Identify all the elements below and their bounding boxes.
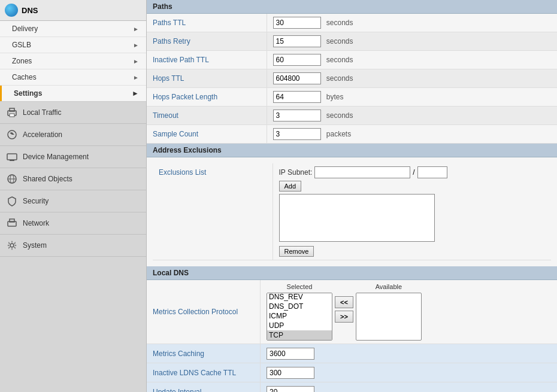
table-row: Timeout seconds (147, 107, 557, 125)
chevron-right-icon: ► (132, 89, 139, 98)
table-row: Exclusions List IP Subnet: / Add Remove (153, 163, 551, 260)
svg-rect-5 (10, 160, 14, 161)
metrics-caching-input[interactable] (267, 348, 314, 360)
chevron-right-icon: ► (133, 26, 139, 32)
sidebar-item-security[interactable]: Security (0, 190, 146, 212)
inactive-path-ttl-input[interactable] (273, 54, 321, 66)
ip-subnet-input[interactable] (314, 166, 410, 178)
table-row: Paths Retry seconds (147, 32, 557, 51)
table-row: Inactive Path TTL seconds (147, 51, 557, 69)
inactive-path-ttl-unit: seconds (326, 56, 353, 64)
sidebar-item-local-traffic[interactable]: Local Traffic (0, 102, 146, 124)
update-interval-input[interactable] (267, 386, 314, 393)
paths-ttl-cell: seconds (267, 14, 557, 32)
hops-ttl-input[interactable] (273, 72, 321, 84)
sidebar-item-label: Settings (14, 89, 42, 98)
local-dns-section: Metrics Collection Protocol Selected DNS… (147, 280, 557, 392)
sidebar-item-caches[interactable]: Caches ► (0, 69, 146, 86)
sidebar-item-shared-objects[interactable]: Shared Objects (0, 168, 146, 190)
sidebar-item-delivery[interactable]: Delivery ► (0, 21, 146, 37)
exclusions-list-textarea[interactable] (279, 194, 435, 242)
table-row: Paths TTL seconds (147, 14, 557, 32)
sidebar-item-device-management[interactable]: Device Management (0, 146, 146, 168)
selected-protocols-list[interactable]: DNS_REV DNS_DOT ICMP UDP TCP (267, 293, 332, 341)
list-item[interactable]: DNS_DOT (267, 302, 332, 311)
timeout-unit: seconds (326, 111, 353, 120)
hops-packet-length-input[interactable] (273, 91, 321, 103)
dns-label: DNS (22, 6, 38, 15)
list-item[interactable]: UDP (267, 321, 332, 330)
move-left-button[interactable]: << (335, 296, 353, 308)
shared-objects-icon (6, 173, 18, 185)
sidebar-item-system[interactable]: System (0, 235, 146, 257)
timeout-input[interactable] (273, 110, 321, 121)
sidebar-item-label: Network (23, 219, 49, 227)
remove-button[interactable]: Remove (279, 246, 314, 257)
sidebar-item-label: Shared Objects (23, 175, 72, 183)
table-row: Hops TTL seconds (147, 69, 557, 88)
selected-list-container: Selected DNS_REV DNS_DOT ICMP UDP TCP (267, 283, 332, 341)
sidebar-item-label: System (23, 241, 47, 250)
dns-sub-menu: Delivery ► GSLB ► Zones ► Caches ► Setti… (0, 21, 146, 102)
hops-packet-length-unit: bytes (326, 93, 344, 101)
chevron-right-icon: ► (133, 58, 139, 65)
sample-count-input[interactable] (273, 128, 321, 140)
update-interval-row: Update Interval (147, 382, 557, 392)
metrics-collection-value: Selected DNS_REV DNS_DOT ICMP UDP TCP <<… (261, 280, 557, 344)
sidebar-item-gslb[interactable]: GSLB ► (0, 37, 146, 53)
move-right-button[interactable]: >> (335, 311, 353, 323)
exclusions-list-label: Exclusions List (153, 163, 273, 260)
sidebar-item-label: Security (23, 197, 49, 205)
sidebar-item-acceleration[interactable]: Acceleration (0, 124, 146, 146)
ip-subnet-label: IP Subnet: (279, 168, 313, 177)
svg-rect-10 (10, 219, 14, 222)
sidebar-item-label: GSLB (12, 41, 31, 49)
paths-ttl-input[interactable] (273, 17, 321, 29)
list-item[interactable]: TCP (267, 330, 332, 340)
available-protocols-list[interactable] (356, 293, 422, 341)
inactive-ldns-cache-ttl-value (261, 363, 557, 382)
chevron-right-icon: ► (133, 74, 139, 81)
sidebar-item-label: Caches (12, 73, 37, 81)
inactive-ldns-cache-ttl-input[interactable] (267, 367, 314, 379)
sidebar-item-settings[interactable]: Settings ► (0, 86, 146, 101)
timeout-label: Timeout (147, 107, 267, 125)
inactive-path-ttl-label: Inactive Path TTL (147, 51, 267, 69)
address-exclusions-header: Address Exclusions (147, 144, 557, 157)
dns-globe-icon (5, 4, 18, 17)
available-list-label: Available (376, 283, 402, 290)
selected-list-label: Selected (287, 283, 313, 290)
shield-icon (6, 195, 18, 207)
paths-section-header: Paths (147, 0, 557, 14)
slash-separator: / (413, 168, 414, 177)
hops-packet-length-label: Hops Packet Length (147, 88, 267, 107)
list-item[interactable]: ICMP (267, 311, 332, 321)
paths-retry-cell: seconds (267, 32, 557, 51)
ip-prefix-input[interactable] (417, 166, 447, 178)
sidebar-item-label: Acceleration (23, 130, 62, 139)
paths-retry-input[interactable] (273, 35, 321, 47)
metrics-collection-label: Metrics Collection Protocol (147, 280, 261, 344)
add-button[interactable]: Add (279, 181, 302, 192)
sidebar-item-label: Local Traffic (23, 108, 61, 117)
protocol-selector: Selected DNS_REV DNS_DOT ICMP UDP TCP <<… (267, 283, 422, 341)
sidebar: DNS Delivery ► GSLB ► Zones ► Caches ► S… (0, 0, 147, 392)
local-dns-header: Local DNS (147, 266, 557, 280)
paths-retry-label: Paths Retry (147, 32, 267, 51)
main-content: Paths Paths TTL seconds Paths Retry seco… (147, 0, 557, 392)
hops-ttl-unit: seconds (326, 74, 353, 83)
sidebar-item-zones[interactable]: Zones ► (0, 53, 146, 69)
hops-ttl-label: Hops TTL (147, 69, 267, 88)
list-item[interactable]: DNS_REV (267, 293, 332, 302)
available-list-container: Available (356, 283, 422, 341)
hops-ttl-cell: seconds (267, 69, 557, 88)
inactive-ldns-cache-ttl-label: Inactive LDNS Cache TTL (147, 363, 261, 382)
sidebar-item-network[interactable]: Network (0, 212, 146, 235)
network-icon (6, 217, 18, 229)
exclusions-table: Exclusions List IP Subnet: / Add Remove (153, 163, 551, 260)
sidebar-item-label: Delivery (12, 25, 38, 33)
chevron-right-icon: ► (133, 42, 139, 48)
svg-rect-2 (10, 114, 14, 117)
update-interval-value (261, 382, 557, 392)
metrics-caching-row: Metrics Caching (147, 344, 557, 363)
